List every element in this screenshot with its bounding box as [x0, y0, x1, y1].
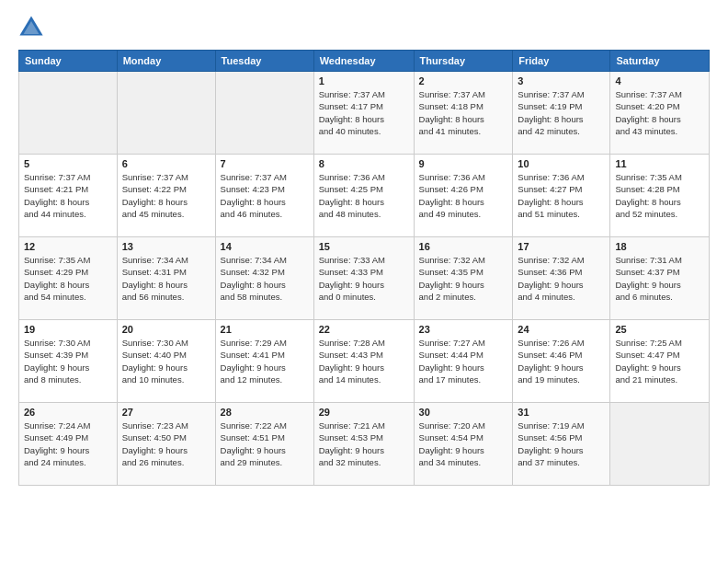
calendar-cell: 5Sunrise: 7:37 AM Sunset: 4:21 PM Daylig… [19, 155, 118, 237]
calendar-body: 1Sunrise: 7:37 AM Sunset: 4:17 PM Daylig… [19, 72, 710, 486]
day-number: 21 [221, 324, 309, 335]
day-info: Sunrise: 7:23 AM Sunset: 4:50 PM Dayligh… [122, 419, 210, 468]
calendar-week-3: 12Sunrise: 7:35 AM Sunset: 4:29 PM Dayli… [19, 237, 710, 320]
day-number: 3 [518, 75, 605, 86]
day-number: 20 [122, 324, 210, 335]
calendar-cell: 15Sunrise: 7:33 AM Sunset: 4:33 PM Dayli… [313, 237, 414, 320]
day-info: Sunrise: 7:36 AM Sunset: 4:27 PM Dayligh… [518, 171, 605, 220]
calendar-cell: 26Sunrise: 7:24 AM Sunset: 4:49 PM Dayli… [19, 403, 118, 486]
day-info: Sunrise: 7:30 AM Sunset: 4:39 PM Dayligh… [24, 337, 112, 385]
day-number: 5 [24, 158, 112, 169]
day-info: Sunrise: 7:28 AM Sunset: 4:43 PM Dayligh… [319, 337, 409, 385]
day-info: Sunrise: 7:37 AM Sunset: 4:22 PM Dayligh… [122, 171, 210, 220]
day-number: 2 [419, 75, 508, 86]
day-number: 26 [24, 407, 112, 418]
calendar-cell [610, 403, 710, 486]
day-number: 12 [24, 241, 112, 252]
day-number: 18 [615, 241, 704, 252]
calendar-cell: 30Sunrise: 7:20 AM Sunset: 4:54 PM Dayli… [414, 403, 513, 486]
calendar-cell: 9Sunrise: 7:36 AM Sunset: 4:26 PM Daylig… [414, 155, 513, 237]
day-number: 28 [221, 407, 309, 418]
page-container: SundayMondayTuesdayWednesdayThursdayFrid… [0, 0, 728, 563]
weekday-header-saturday: Saturday [610, 51, 710, 72]
day-info: Sunrise: 7:26 AM Sunset: 4:46 PM Dayligh… [518, 337, 605, 385]
calendar-cell: 22Sunrise: 7:28 AM Sunset: 4:43 PM Dayli… [313, 320, 414, 403]
weekday-header-friday: Friday [513, 51, 610, 72]
calendar-week-5: 26Sunrise: 7:24 AM Sunset: 4:49 PM Dayli… [19, 403, 710, 486]
day-info: Sunrise: 7:36 AM Sunset: 4:26 PM Dayligh… [419, 171, 508, 220]
calendar-cell [117, 72, 215, 155]
calendar-cell: 19Sunrise: 7:30 AM Sunset: 4:39 PM Dayli… [19, 320, 118, 403]
day-number: 23 [419, 324, 508, 335]
day-info: Sunrise: 7:30 AM Sunset: 4:40 PM Dayligh… [122, 337, 210, 385]
day-info: Sunrise: 7:31 AM Sunset: 4:37 PM Dayligh… [615, 254, 704, 303]
calendar-week-2: 5Sunrise: 7:37 AM Sunset: 4:21 PM Daylig… [19, 155, 710, 237]
day-number: 9 [419, 158, 508, 169]
day-number: 6 [122, 158, 210, 169]
calendar-cell: 25Sunrise: 7:25 AM Sunset: 4:47 PM Dayli… [610, 320, 710, 403]
day-info: Sunrise: 7:37 AM Sunset: 4:23 PM Dayligh… [221, 171, 309, 220]
calendar-header: SundayMondayTuesdayWednesdayThursdayFrid… [19, 51, 710, 72]
calendar-week-1: 1Sunrise: 7:37 AM Sunset: 4:17 PM Daylig… [19, 72, 710, 155]
day-info: Sunrise: 7:22 AM Sunset: 4:51 PM Dayligh… [221, 419, 309, 468]
day-info: Sunrise: 7:35 AM Sunset: 4:28 PM Dayligh… [615, 171, 704, 220]
calendar-cell: 13Sunrise: 7:34 AM Sunset: 4:31 PM Dayli… [117, 237, 215, 320]
day-number: 19 [24, 324, 112, 335]
calendar-cell: 21Sunrise: 7:29 AM Sunset: 4:41 PM Dayli… [215, 320, 313, 403]
day-number: 29 [319, 407, 409, 418]
day-info: Sunrise: 7:36 AM Sunset: 4:25 PM Dayligh… [319, 171, 409, 220]
calendar-cell [19, 72, 118, 155]
day-info: Sunrise: 7:37 AM Sunset: 4:18 PM Dayligh… [419, 88, 508, 137]
day-info: Sunrise: 7:34 AM Sunset: 4:32 PM Dayligh… [221, 254, 309, 303]
day-number: 7 [221, 158, 309, 169]
day-number: 24 [518, 324, 605, 335]
logo [18, 15, 48, 40]
weekday-header-sunday: Sunday [19, 51, 118, 72]
day-number: 13 [122, 241, 210, 252]
day-info: Sunrise: 7:24 AM Sunset: 4:49 PM Dayligh… [24, 419, 112, 468]
calendar-cell: 27Sunrise: 7:23 AM Sunset: 4:50 PM Dayli… [117, 403, 215, 486]
day-info: Sunrise: 7:37 AM Sunset: 4:17 PM Dayligh… [319, 88, 409, 137]
day-info: Sunrise: 7:25 AM Sunset: 4:47 PM Dayligh… [615, 337, 704, 385]
calendar-cell: 23Sunrise: 7:27 AM Sunset: 4:44 PM Dayli… [414, 320, 513, 403]
day-number: 14 [221, 241, 309, 252]
calendar-cell: 17Sunrise: 7:32 AM Sunset: 4:36 PM Dayli… [513, 237, 610, 320]
day-info: Sunrise: 7:37 AM Sunset: 4:20 PM Dayligh… [615, 88, 704, 137]
weekday-header-monday: Monday [117, 51, 215, 72]
weekday-header-row: SundayMondayTuesdayWednesdayThursdayFrid… [19, 51, 710, 72]
day-number: 16 [419, 241, 508, 252]
day-number: 17 [518, 241, 605, 252]
calendar-cell: 18Sunrise: 7:31 AM Sunset: 4:37 PM Dayli… [610, 237, 710, 320]
day-number: 15 [319, 241, 409, 252]
calendar-table: SundayMondayTuesdayWednesdayThursdayFrid… [18, 50, 710, 486]
weekday-header-tuesday: Tuesday [215, 51, 313, 72]
weekday-header-thursday: Thursday [414, 51, 513, 72]
calendar-cell: 31Sunrise: 7:19 AM Sunset: 4:56 PM Dayli… [513, 403, 610, 486]
day-number: 25 [615, 324, 704, 335]
calendar-cell: 7Sunrise: 7:37 AM Sunset: 4:23 PM Daylig… [215, 155, 313, 237]
day-info: Sunrise: 7:20 AM Sunset: 4:54 PM Dayligh… [419, 419, 508, 468]
day-number: 22 [319, 324, 409, 335]
calendar-cell: 3Sunrise: 7:37 AM Sunset: 4:19 PM Daylig… [513, 72, 610, 155]
day-number: 8 [319, 158, 409, 169]
calendar-cell: 11Sunrise: 7:35 AM Sunset: 4:28 PM Dayli… [610, 155, 710, 237]
calendar-cell: 29Sunrise: 7:21 AM Sunset: 4:53 PM Dayli… [313, 403, 414, 486]
day-info: Sunrise: 7:34 AM Sunset: 4:31 PM Dayligh… [122, 254, 210, 303]
day-number: 30 [419, 407, 508, 418]
day-info: Sunrise: 7:37 AM Sunset: 4:21 PM Dayligh… [24, 171, 112, 220]
day-info: Sunrise: 7:33 AM Sunset: 4:33 PM Dayligh… [319, 254, 409, 303]
calendar-cell: 2Sunrise: 7:37 AM Sunset: 4:18 PM Daylig… [414, 72, 513, 155]
day-number: 31 [518, 407, 605, 418]
day-info: Sunrise: 7:21 AM Sunset: 4:53 PM Dayligh… [319, 419, 409, 468]
calendar-week-4: 19Sunrise: 7:30 AM Sunset: 4:39 PM Dayli… [19, 320, 710, 403]
day-number: 27 [122, 407, 210, 418]
calendar-cell: 10Sunrise: 7:36 AM Sunset: 4:27 PM Dayli… [513, 155, 610, 237]
calendar-cell: 14Sunrise: 7:34 AM Sunset: 4:32 PM Dayli… [215, 237, 313, 320]
calendar-cell [215, 72, 313, 155]
weekday-header-wednesday: Wednesday [313, 51, 414, 72]
day-info: Sunrise: 7:27 AM Sunset: 4:44 PM Dayligh… [419, 337, 508, 385]
day-info: Sunrise: 7:19 AM Sunset: 4:56 PM Dayligh… [518, 419, 605, 468]
calendar-cell: 12Sunrise: 7:35 AM Sunset: 4:29 PM Dayli… [19, 237, 118, 320]
logo-icon [18, 15, 44, 40]
day-info: Sunrise: 7:35 AM Sunset: 4:29 PM Dayligh… [24, 254, 112, 303]
